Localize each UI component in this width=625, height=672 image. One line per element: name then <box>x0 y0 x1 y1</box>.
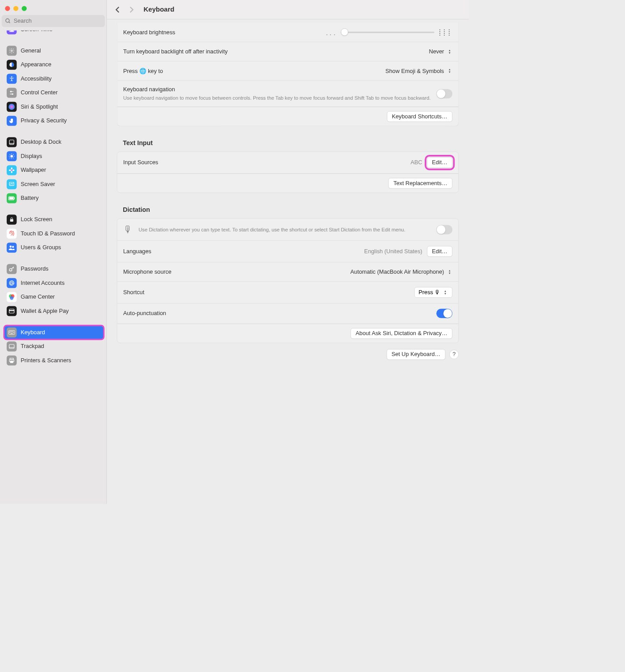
sidebar-item-siri-spotlight[interactable]: Siri & Spotlight <box>4 100 104 114</box>
sidebar-list: Screen TimeGeneralAppearanceAccessibilit… <box>0 30 106 504</box>
svg-point-16 <box>10 155 13 158</box>
shortcut-label: Shortcut <box>123 289 414 296</box>
sidebar-item-general[interactable]: General <box>4 44 104 58</box>
svg-point-50 <box>13 332 14 333</box>
text-input-panel: Input Sources ABC Edit… Text Replacement… <box>117 152 459 193</box>
sidebar-item-label: Displays <box>21 153 42 160</box>
svg-rect-3 <box>10 30 11 31</box>
sidebar-item-label: Control Center <box>21 89 58 96</box>
sidebar-item-battery[interactable]: Battery <box>4 191 104 206</box>
sidebar-item-label: Passwords <box>21 266 49 272</box>
appearance-icon <box>7 60 17 70</box>
back-button[interactable] <box>113 5 122 14</box>
sidebar-item-printers-scanners[interactable]: Printers & Scanners <box>4 353 104 368</box>
svg-point-49 <box>9 332 10 333</box>
header: Keyboard <box>107 0 469 20</box>
shortcut-selector[interactable]: Press 🎙 ▲▼ <box>414 287 453 298</box>
about-dictation-privacy-button[interactable]: About Ask Siri, Dictation & Privacy… <box>351 328 453 339</box>
sidebar-item-label: Wallet & Apple Pay <box>21 308 69 315</box>
sidebar-item-control-center[interactable]: Control Center <box>4 86 104 100</box>
sidebar-item-accessibility[interactable]: Accessibility <box>4 72 104 86</box>
key-icon <box>7 264 17 274</box>
text-input-title: Text Input <box>123 140 459 147</box>
sidebar-item-appearance[interactable]: Appearance <box>4 58 104 72</box>
keyboard-nav-toggle[interactable] <box>436 89 452 98</box>
keyboard-icon <box>7 328 17 338</box>
svg-rect-52 <box>9 344 14 348</box>
sidebar-item-desktop-dock[interactable]: Desktop & Dock <box>4 135 104 150</box>
trackpad-icon <box>7 341 17 352</box>
keyboard-shortcuts-button[interactable]: Keyboard Shortcuts… <box>387 111 452 122</box>
sidebar-item-privacy-security[interactable]: Privacy & Security <box>4 114 104 128</box>
backlight-stepper[interactable]: ▲▼ <box>447 48 453 56</box>
input-sources-edit-button[interactable]: Edit… <box>427 157 452 168</box>
fingerprint-icon <box>7 229 17 239</box>
sidebar-item-users-groups[interactable]: Users & Groups <box>4 241 104 255</box>
svg-point-41 <box>10 296 13 300</box>
sun-icon <box>7 151 17 162</box>
svg-point-0 <box>6 19 9 22</box>
brightness-slider[interactable]: ⡀⡀⡀ ⡇⡇⡇ <box>326 28 452 36</box>
svg-line-21 <box>10 154 10 155</box>
sidebar-item-displays[interactable]: Displays <box>4 149 104 163</box>
svg-rect-34 <box>10 219 13 222</box>
svg-point-8 <box>11 77 12 78</box>
sidebar-item-touch-id-password[interactable]: Touch ID & Password <box>4 227 104 241</box>
text-replacements-button[interactable]: Text Replacements… <box>389 178 453 189</box>
wallet-icon <box>7 306 17 316</box>
help-button[interactable]: ? <box>450 350 459 359</box>
shortcut-value: Press 🎙 <box>418 289 440 296</box>
microphone-source-value: Automatic (MacBook Air Microphone) <box>350 268 444 275</box>
svg-rect-33 <box>14 198 15 199</box>
svg-point-13 <box>8 104 15 110</box>
shortcut-stepper[interactable]: ▲▼ <box>442 289 448 296</box>
svg-point-45 <box>9 332 10 332</box>
press-key-stepper[interactable]: ▲▼ <box>447 67 453 75</box>
dictation-toggle[interactable] <box>436 225 452 234</box>
sidebar-item-screen-time[interactable]: Screen Time <box>4 30 104 36</box>
fullscreen-window[interactable] <box>22 6 27 11</box>
svg-point-36 <box>12 246 14 248</box>
sidebar-item-keyboard[interactable]: Keyboard <box>4 325 104 340</box>
svg-point-26 <box>11 167 12 170</box>
microphone-source-stepper[interactable]: ▲▼ <box>447 268 453 276</box>
sidebar-item-wallet-apple-pay[interactable]: Wallet & Apple Pay <box>4 304 104 318</box>
svg-line-22 <box>13 158 14 158</box>
svg-rect-4 <box>12 30 12 31</box>
languages-label: Languages <box>123 248 364 255</box>
search-input[interactable] <box>2 15 105 27</box>
keyboard-settings-panel: Keyboard brightness ⡀⡀⡀ ⡇⡇⡇ Turn keyboar… <box>117 23 459 126</box>
sidebar-item-label: Appearance <box>21 61 52 68</box>
dictation-description: Use Dictation wherever you can type text… <box>138 226 436 233</box>
sidebar-item-game-center[interactable]: Game Center <box>4 290 104 304</box>
keyboard-nav-label: Keyboard navigation <box>123 86 437 93</box>
svg-point-46 <box>11 332 11 332</box>
screensaver-icon <box>7 179 17 190</box>
svg-point-47 <box>12 332 12 332</box>
sidebar-item-wallpaper[interactable]: Wallpaper <box>4 163 104 178</box>
svg-line-1 <box>9 22 10 23</box>
sidebar-item-label: Screen Time <box>21 30 53 32</box>
sidebar-item-label: Trackpad <box>21 343 45 350</box>
svg-point-12 <box>12 93 13 94</box>
minimize-window[interactable] <box>13 6 18 11</box>
sidebar-item-label: General <box>21 48 41 54</box>
sidebar-item-screen-saver[interactable]: Screen Saver <box>4 177 104 191</box>
auto-punctuation-toggle[interactable] <box>436 309 452 318</box>
close-window[interactable] <box>5 6 10 11</box>
forward-button[interactable] <box>127 5 136 14</box>
sidebar: Screen TimeGeneralAppearanceAccessibilit… <box>0 0 107 504</box>
dictation-panel: 🎙 Use Dictation wherever you can type te… <box>117 219 459 344</box>
hand-icon <box>7 116 17 126</box>
svg-point-27 <box>11 171 12 173</box>
setup-keyboard-button[interactable]: Set Up Keyboard… <box>386 349 445 360</box>
page-title: Keyboard <box>144 6 175 13</box>
brightness-label: Keyboard brightness <box>123 29 326 36</box>
sidebar-item-internet-accounts[interactable]: Internet Accounts <box>4 276 104 290</box>
sidebar-item-label: Internet Accounts <box>21 280 65 287</box>
sidebar-item-passwords[interactable]: Passwords <box>4 262 104 276</box>
sidebar-item-trackpad[interactable]: Trackpad <box>4 340 104 354</box>
sidebar-item-lock-screen[interactable]: Lock Screen <box>4 213 104 227</box>
languages-edit-button[interactable]: Edit… <box>427 246 452 257</box>
keyboard-nav-sub: Use keyboard navigation to move focus be… <box>123 93 437 101</box>
